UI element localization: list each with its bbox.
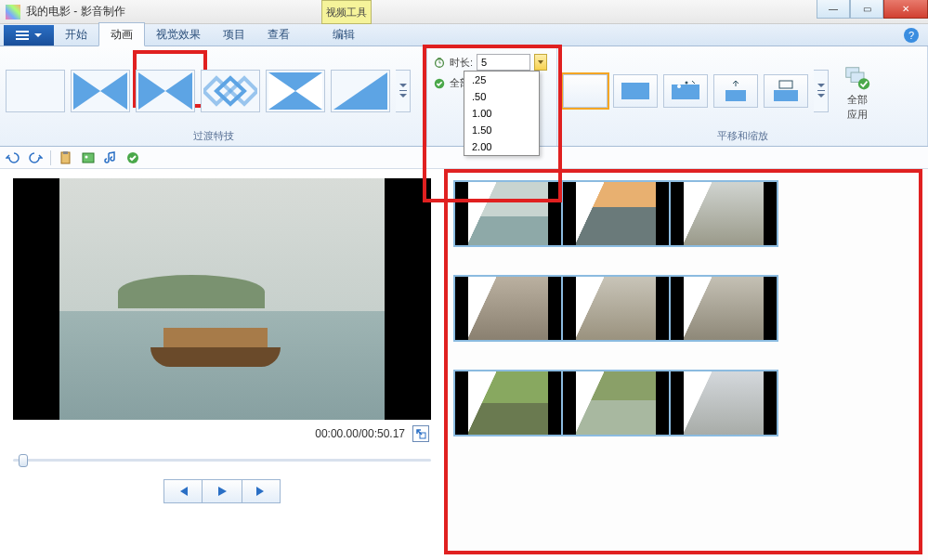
check-icon[interactable]	[125, 150, 140, 165]
clip-columns[interactable]	[669, 275, 778, 342]
svg-point-13	[677, 85, 681, 88]
duration-option[interactable]: .50	[464, 88, 539, 105]
transition-star[interactable]	[136, 70, 195, 112]
titlebar: 我的电影 - 影音制作 视频工具 — ▭ ✕	[0, 0, 928, 24]
svg-marker-0	[73, 72, 127, 110]
panzoom-more-dropdown[interactable]	[814, 70, 829, 112]
clip-sunset-river[interactable]	[561, 180, 671, 247]
tab-animation[interactable]: 动画	[98, 22, 145, 46]
apply-all-icon	[844, 66, 870, 92]
transitions-more-dropdown[interactable]	[396, 70, 411, 112]
panzoom-option-2[interactable]	[663, 74, 708, 108]
play-button[interactable]	[203, 479, 242, 503]
svg-rect-11	[621, 83, 649, 99]
duration-option[interactable]: 2.00	[464, 138, 539, 155]
transition-none[interactable]	[6, 70, 65, 112]
clip-lake-boat[interactable]	[453, 180, 563, 247]
duration-label: 时长:	[450, 56, 473, 70]
seek-bar[interactable]	[13, 451, 431, 470]
group-label-panzoom: 平移和缩放	[557, 129, 927, 146]
window-title: 我的电影 - 影音制作	[26, 4, 125, 20]
duration-option[interactable]: 1.50	[464, 122, 539, 138]
duration-input[interactable]	[477, 54, 530, 71]
ribbon: 过渡特技 时长: 全部应	[0, 46, 928, 147]
duration-dropdown-list[interactable]: .25 .50 1.00 1.50 2.00	[464, 71, 540, 156]
clip-ruins-pillar[interactable]	[669, 180, 778, 247]
app-icon	[6, 5, 20, 20]
clip-marble-ruins[interactable]	[669, 370, 778, 436]
file-menu[interactable]	[4, 25, 54, 46]
prev-frame-button[interactable]	[163, 479, 203, 503]
contextual-tab-video-tools[interactable]: 视频工具	[321, 0, 372, 24]
svg-marker-2	[165, 72, 192, 110]
transition-cross-white[interactable]	[266, 70, 325, 112]
tab-project[interactable]: 项目	[212, 23, 256, 46]
svg-point-14	[686, 81, 688, 84]
group-label-transitions: 过渡特技	[0, 129, 426, 146]
tab-home[interactable]: 开始	[54, 23, 98, 46]
storyboard-row	[453, 370, 919, 436]
svg-rect-23	[83, 153, 94, 163]
music-icon[interactable]	[103, 150, 118, 165]
group-transitions: 过渡特技	[0, 46, 427, 146]
tab-edit[interactable]: 编辑	[321, 23, 366, 46]
svg-rect-12	[672, 85, 699, 99]
svg-rect-16	[774, 90, 798, 101]
svg-marker-8	[333, 72, 387, 110]
transition-cross[interactable]	[71, 70, 130, 112]
duration-dropdown-button[interactable]	[534, 54, 547, 71]
svg-point-20	[858, 78, 869, 89]
svg-marker-1	[138, 72, 165, 110]
apply-all-label-2: 应用	[847, 109, 868, 121]
panzoom-none[interactable]	[563, 74, 608, 108]
minimize-button[interactable]: —	[817, 0, 850, 19]
storyboard-row	[453, 180, 919, 247]
help-icon[interactable]: ?	[904, 28, 919, 43]
clip-circular-pool[interactable]	[561, 275, 671, 342]
group-panzoom: 全部 应用 平移和缩放	[557, 46, 928, 146]
clip-garden-trees[interactable]	[453, 370, 563, 436]
transition-diamond[interactable]	[201, 70, 260, 112]
panzoom-option-4[interactable]	[764, 74, 808, 108]
tab-view[interactable]: 查看	[256, 23, 301, 46]
svg-rect-17	[779, 81, 792, 88]
apply-all-button[interactable]: 全部 应用	[834, 60, 881, 120]
apply-all-label-1: 全部	[847, 94, 868, 106]
storyboard[interactable]	[444, 169, 928, 560]
clip-temple-trees[interactable]	[561, 370, 671, 436]
tab-visual[interactable]: 视觉效果	[145, 23, 212, 46]
duration-option[interactable]: .25	[464, 72, 539, 88]
preview-pane: 00:00.00/00:50.17	[0, 169, 444, 560]
redo-icon[interactable]	[28, 150, 43, 165]
preview-frame	[59, 178, 385, 420]
panzoom-option-3[interactable]	[713, 74, 758, 108]
transition-wipe[interactable]	[331, 70, 390, 112]
storyboard-row	[453, 275, 919, 342]
tab-row: 开始 动画 视觉效果 项目 查看 编辑 ?	[0, 24, 928, 46]
svg-point-24	[85, 155, 88, 158]
fullscreen-icon[interactable]	[412, 425, 429, 442]
maximize-button[interactable]: ▭	[850, 0, 883, 19]
panzoom-option-1[interactable]	[613, 74, 658, 108]
main-area: 00:00.00/00:50.17	[0, 169, 928, 560]
next-frame-button[interactable]	[242, 479, 281, 503]
close-button[interactable]: ✕	[883, 0, 928, 19]
paste-icon[interactable]	[59, 150, 73, 165]
time-display: 00:00.00/00:50.17	[315, 427, 405, 440]
duration-option[interactable]: 1.00	[464, 105, 539, 122]
clip-stone-fountain[interactable]	[453, 275, 563, 342]
duration-icon	[433, 56, 446, 69]
apply-all-small-icon	[433, 77, 446, 90]
undo-icon[interactable]	[6, 150, 20, 165]
image-icon[interactable]	[81, 150, 96, 165]
svg-rect-22	[63, 151, 68, 154]
svg-rect-15	[725, 90, 746, 101]
preview-player[interactable]	[13, 178, 431, 420]
